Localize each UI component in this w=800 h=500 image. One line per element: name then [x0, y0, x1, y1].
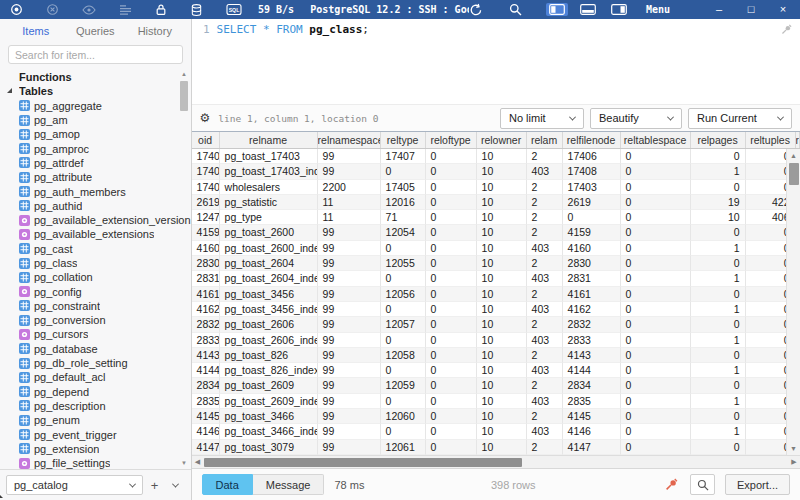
table-row[interactable]: 4146pg_toast_3466_index9900104034146010 — [192, 424, 786, 439]
cell-reltuples[interactable]: 0 — [746, 180, 786, 195]
cell-reloftype[interactable]: 0 — [426, 440, 477, 455]
cell-reltuples[interactable]: 0 — [746, 271, 786, 286]
cell-reloftype[interactable]: 0 — [426, 164, 477, 179]
menu-button[interactable]: Menu — [646, 4, 670, 15]
cell-oid[interactable]: 4160 — [192, 241, 220, 256]
sidebar-item-pg_attrdef[interactable]: pg_attrdef — [0, 156, 191, 170]
cell-relnamespace[interactable]: 99 — [318, 424, 381, 439]
cell-oid[interactable]: 1247 — [192, 210, 220, 225]
grid-hscroll-thumb[interactable] — [204, 458, 522, 467]
cell-reloftype[interactable]: 0 — [426, 424, 477, 439]
column-header-reltablespace[interactable]: reltablespace — [621, 132, 691, 148]
cell-reltuples[interactable]: 0 — [746, 287, 786, 302]
cell-reltablespace[interactable]: 0 — [621, 210, 691, 225]
cell-relam[interactable]: 403 — [527, 302, 563, 317]
scroll-up-icon[interactable]: ▲ — [790, 149, 797, 162]
cell-oid[interactable]: 17406 — [192, 149, 220, 164]
sidebar-item-pg_class[interactable]: pg_class — [0, 256, 191, 270]
cell-reltablespace[interactable]: 0 — [621, 348, 691, 363]
cell-reltablespace[interactable]: 0 — [621, 317, 691, 332]
cell-reltuples[interactable]: 0 — [746, 348, 786, 363]
minimize-button[interactable]: – — [712, 2, 726, 17]
cell-oid[interactable]: 4147 — [192, 440, 220, 455]
cell-relowner[interactable]: 10 — [477, 378, 527, 393]
connection-status-icon[interactable] — [10, 2, 23, 17]
cell-oid[interactable]: 2833 — [192, 333, 220, 348]
cell-reltuples[interactable]: 0 — [746, 149, 786, 164]
table-row[interactable]: 4159pg_toast_2600991205401024159000 — [192, 225, 786, 240]
cell-relnamespace[interactable]: 99 — [318, 378, 381, 393]
cell-relam[interactable]: 2 — [527, 378, 563, 393]
sidebar-item-pg_amop[interactable]: pg_amop — [0, 127, 191, 141]
cell-relpages[interactable]: 1 — [691, 241, 746, 256]
cell-relfilenode[interactable]: 4147 — [563, 440, 621, 455]
cell-reltype[interactable]: 0 — [381, 333, 426, 348]
cell-relowner[interactable]: 10 — [477, 149, 527, 164]
cell-relowner[interactable]: 10 — [477, 287, 527, 302]
table-row[interactable]: 2833pg_toast_2606_index9900104032833010 — [192, 333, 786, 348]
cell-reltablespace[interactable]: 0 — [621, 271, 691, 286]
result-tab-data[interactable]: Data — [202, 474, 253, 495]
cell-reltype[interactable]: 12055 — [381, 256, 426, 271]
cell-relname[interactable]: pg_toast_3466 — [220, 409, 318, 424]
sidebar-item-pg_aggregate[interactable]: pg_aggregate — [0, 99, 191, 113]
cell-reltablespace[interactable]: 0 — [621, 149, 691, 164]
disconnect-icon[interactable] — [46, 2, 59, 17]
cell-relowner[interactable]: 10 — [477, 256, 527, 271]
cell-relowner[interactable]: 10 — [477, 440, 527, 455]
cell-relname[interactable]: pg_toast_17403 — [220, 149, 318, 164]
table-row[interactable]: 17406pg_toast_174039917407010217406000 — [192, 149, 786, 164]
schema-options-button[interactable] — [167, 476, 185, 494]
cell-relam[interactable]: 403 — [527, 271, 563, 286]
sidebar-item-pg_event_trigger[interactable]: pg_event_trigger — [0, 427, 191, 441]
cell-reltablespace[interactable]: 0 — [621, 302, 691, 317]
cell-relpages[interactable]: 1 — [691, 271, 746, 286]
editor-settings-gear-icon[interactable]: ⚙ — [200, 112, 211, 124]
cell-relowner[interactable]: 10 — [477, 271, 527, 286]
table-row[interactable]: 2832pg_toast_2606991205701022832000 — [192, 317, 786, 332]
sidebar-item-pg_db_role_setting[interactable]: pg_db_role_setting — [0, 356, 191, 370]
cell-relam[interactable]: 403 — [527, 333, 563, 348]
cell-reltuples[interactable]: 0 — [746, 394, 786, 409]
refresh-icon[interactable] — [469, 3, 483, 17]
cell-oid[interactable]: 2619 — [192, 195, 220, 210]
cell-reltype[interactable]: 12061 — [381, 440, 426, 455]
cell-relpages[interactable]: 0 — [691, 256, 746, 271]
cell-relnamespace[interactable]: 99 — [318, 302, 381, 317]
cell-oid[interactable]: 2830 — [192, 256, 220, 271]
scroll-up-icon[interactable]: ▲ — [181, 70, 187, 78]
cell-oid[interactable]: 17408 — [192, 164, 220, 179]
cell-relnamespace[interactable]: 11 — [318, 195, 381, 210]
cell-relname[interactable]: pg_toast_2609 — [220, 378, 318, 393]
cell-relname[interactable]: pg_toast_2600_index — [220, 241, 318, 256]
cell-oid[interactable]: 2834 — [192, 378, 220, 393]
sidebar-item-pg_extension[interactable]: pg_extension — [0, 442, 191, 456]
cell-relfilenode[interactable]: 2833 — [563, 333, 621, 348]
cell-relnamespace[interactable]: 99 — [318, 287, 381, 302]
cell-reltype[interactable]: 0 — [381, 302, 426, 317]
cell-relowner[interactable]: 10 — [477, 333, 527, 348]
cell-reltuples[interactable]: 0 — [746, 256, 786, 271]
sidebar-tab-items[interactable]: Items — [6, 25, 66, 37]
cell-relnamespace[interactable]: 99 — [318, 225, 381, 240]
cell-reltuples[interactable]: 0 — [746, 409, 786, 424]
cell-relam[interactable]: 2 — [527, 180, 563, 195]
cell-reltablespace[interactable]: 0 — [621, 164, 691, 179]
cell-relfilenode[interactable]: 2834 — [563, 378, 621, 393]
cell-reltablespace[interactable]: 0 — [621, 195, 691, 210]
cell-relowner[interactable]: 10 — [477, 348, 527, 363]
cell-reltype[interactable]: 12059 — [381, 378, 426, 393]
sidebar-item-Tables[interactable]: Tables — [0, 84, 191, 98]
cell-relfilenode[interactable]: 2835 — [563, 394, 621, 409]
cell-reltablespace[interactable]: 0 — [621, 440, 691, 455]
cell-relname[interactable]: pg_toast_2600 — [220, 225, 318, 240]
cell-relnamespace[interactable]: 99 — [318, 149, 381, 164]
lock-icon[interactable] — [155, 2, 167, 17]
cell-relam[interactable]: 2 — [527, 195, 563, 210]
sidebar-item-pg_auth_members[interactable]: pg_auth_members — [0, 184, 191, 198]
sidebar-item-pg_amproc[interactable]: pg_amproc — [0, 141, 191, 155]
sidebar-item-pg_default_acl[interactable]: pg_default_acl — [0, 370, 191, 384]
column-header-relname[interactable]: relname — [220, 132, 318, 148]
cell-reltablespace[interactable]: 0 — [621, 409, 691, 424]
cell-relowner[interactable]: 10 — [477, 363, 527, 378]
